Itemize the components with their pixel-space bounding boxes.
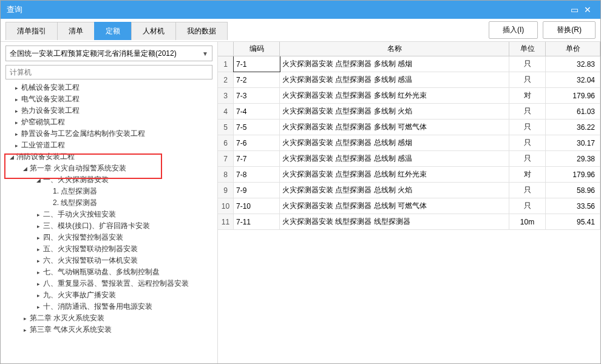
tree-item-line-detector[interactable]: 2. 线型探测器 bbox=[3, 197, 217, 209]
cell-code[interactable]: 7-10 bbox=[234, 198, 280, 214]
tree-item-section[interactable]: ▸三、模块(接口)、扩容回路卡安装 bbox=[3, 220, 217, 232]
table-row[interactable]: 17-1火灾探测器安装 点型探测器 多线制 感烟只32.83 bbox=[218, 56, 600, 72]
tree-item-section[interactable]: ▸二、手动火灾按钮安装 bbox=[3, 209, 217, 220]
tree-item[interactable]: ▸炉窑砌筑工程 bbox=[3, 116, 217, 128]
tree-item[interactable]: ▸电气设备安装工程 bbox=[3, 93, 217, 105]
header-rownum bbox=[218, 42, 234, 56]
cell-name[interactable]: 火灾探测器安装 点型探测器 多线制 感烟 bbox=[280, 56, 509, 72]
cell-code[interactable]: 7-7 bbox=[234, 151, 280, 166]
cell-unit[interactable]: 只 bbox=[509, 120, 546, 135]
cell-price[interactable]: 58.96 bbox=[546, 183, 600, 198]
cell-unit[interactable]: 10m bbox=[509, 214, 546, 229]
cell-name[interactable]: 火灾探测器安装 线型探测器 线型探测器 bbox=[280, 214, 509, 229]
replace-button[interactable]: 替换(R) bbox=[543, 21, 596, 39]
cell-name[interactable]: 火灾探测器安装 点型探测器 多线制 红外光束 bbox=[280, 88, 509, 103]
cell-unit[interactable]: 只 bbox=[509, 104, 546, 119]
table-row[interactable]: 97-9火灾探测器安装 点型探测器 总线制 火焰只58.96 bbox=[218, 183, 600, 198]
cell-price[interactable]: 30.17 bbox=[546, 135, 600, 150]
table-row[interactable]: 37-3火灾探测器安装 点型探测器 多线制 红外光束对179.96 bbox=[218, 88, 600, 104]
header-price[interactable]: 单价 bbox=[546, 42, 600, 56]
cell-code[interactable]: 7-5 bbox=[234, 120, 280, 135]
cell-name[interactable]: 火灾探测器安装 点型探测器 多线制 火焰 bbox=[280, 104, 509, 119]
header-name[interactable]: 名称 bbox=[280, 42, 509, 56]
table-row[interactable]: 27-2火灾探测器安装 点型探测器 多线制 感温只32.04 bbox=[218, 72, 600, 88]
caret-right-icon: ▸ bbox=[13, 120, 20, 126]
table-row[interactable]: 87-8火灾探测器安装 点型探测器 总线制 红外光束对179.96 bbox=[218, 167, 600, 183]
insert-button[interactable]: 插入(I) bbox=[489, 21, 538, 39]
cell-name[interactable]: 火灾探测器安装 点型探测器 总线制 感温 bbox=[280, 151, 509, 166]
cell-name[interactable]: 火灾探测器安装 点型探测器 总线制 感烟 bbox=[280, 135, 509, 150]
cell-code[interactable]: 7-3 bbox=[234, 88, 280, 103]
cell-code[interactable]: 7-1 bbox=[234, 56, 280, 72]
tree-item-chapter-1[interactable]: ◢ 第一章 火灾自动报警系统安装 bbox=[3, 163, 217, 174]
tree-item-section[interactable]: ▸十、消防通讯、报警备用电源安装 bbox=[3, 301, 217, 312]
tree-item-section[interactable]: ▸四、火灾报警控制器安装 bbox=[3, 232, 217, 243]
tab-materials[interactable]: 人材机 bbox=[131, 22, 176, 40]
cell-unit[interactable]: 对 bbox=[509, 88, 546, 103]
cell-code[interactable]: 7-2 bbox=[234, 72, 280, 87]
cell-code[interactable]: 7-6 bbox=[234, 135, 280, 150]
quota-source-dropdown[interactable]: 全国统一安装工程预算定额河北省消耗量定额(2012) ▼ bbox=[5, 46, 212, 61]
cell-unit[interactable]: 只 bbox=[509, 72, 546, 87]
cell-name[interactable]: 火灾探测器安装 点型探测器 总线制 火焰 bbox=[280, 183, 509, 198]
cell-price[interactable]: 61.03 bbox=[546, 104, 600, 119]
tree-item[interactable]: ▸机械设备安装工程 bbox=[3, 82, 217, 93]
tab-list[interactable]: 清单 bbox=[57, 22, 95, 40]
minimize-icon[interactable]: ▭ bbox=[568, 5, 581, 15]
cell-code[interactable]: 7-4 bbox=[234, 104, 280, 119]
tree-item-fire-root[interactable]: ◢ 消防设备安装工程 bbox=[3, 151, 217, 163]
cell-price[interactable]: 33.56 bbox=[546, 198, 600, 214]
cell-name[interactable]: 火灾探测器安装 点型探测器 多线制 感温 bbox=[280, 72, 509, 87]
table-row[interactable]: 47-4火灾探测器安装 点型探测器 多线制 火焰只61.03 bbox=[218, 104, 600, 120]
tab-list-guide[interactable]: 清单指引 bbox=[5, 22, 58, 40]
cell-unit[interactable]: 只 bbox=[509, 198, 546, 214]
cell-unit[interactable]: 对 bbox=[509, 167, 546, 182]
tree-item[interactable]: ▸热力设备安装工程 bbox=[3, 105, 217, 116]
caret-right-icon: ▸ bbox=[13, 143, 20, 149]
tree-item-chapter-2[interactable]: ▸ 第二章 水灭火系统安装 bbox=[3, 312, 217, 324]
header-code[interactable]: 编码 bbox=[234, 42, 280, 56]
cell-unit[interactable]: 只 bbox=[509, 183, 546, 198]
tab-my-data[interactable]: 我的数据 bbox=[175, 22, 228, 40]
cell-price[interactable]: 179.96 bbox=[546, 167, 600, 182]
tree-item[interactable]: ▸静置设备与工艺金属结构制作安装工程 bbox=[3, 128, 217, 140]
cell-code[interactable]: 7-9 bbox=[234, 183, 280, 198]
table-row[interactable]: 107-10火灾探测器安装 点型探测器 总线制 可燃气体只33.56 bbox=[218, 198, 600, 214]
cell-price[interactable]: 32.83 bbox=[546, 56, 600, 72]
cell-price[interactable]: 29.38 bbox=[546, 151, 600, 166]
caret-down-icon: ◢ bbox=[21, 166, 29, 172]
grid-body[interactable]: 17-1火灾探测器安装 点型探测器 多线制 感烟只32.8327-2火灾探测器安… bbox=[218, 56, 600, 363]
tree-item-section-1[interactable]: ◢ 一、火灾探测器安装 bbox=[3, 174, 217, 186]
tree-item-point-detector[interactable]: 1. 点型探测器 bbox=[3, 186, 217, 197]
cell-unit[interactable]: 只 bbox=[509, 56, 546, 72]
cell-price[interactable]: 36.22 bbox=[546, 120, 600, 135]
cell-code[interactable]: 7-11 bbox=[234, 214, 280, 229]
tree-item-chapter-3[interactable]: ▸ 第三章 气体灭火系统安装 bbox=[3, 324, 217, 335]
tree-item-section[interactable]: ▸五、火灾报警联动控制器安装 bbox=[3, 243, 217, 255]
tree-scroll[interactable]: ▸机械设备安装工程▸电气设备安装工程▸热力设备安装工程▸炉窑砌筑工程▸静置设备与… bbox=[1, 82, 217, 363]
table-row[interactable]: 67-6火灾探测器安装 点型探测器 总线制 感烟只30.17 bbox=[218, 135, 600, 151]
tree-item-section[interactable]: ▸九、火灾事故广播安装 bbox=[3, 289, 217, 301]
cell-name[interactable]: 火灾探测器安装 点型探测器 总线制 可燃气体 bbox=[280, 198, 509, 214]
tree-item[interactable]: ▸工业管道工程 bbox=[3, 140, 217, 151]
filter-input[interactable] bbox=[5, 65, 212, 79]
table-row[interactable]: 77-7火灾探测器安装 点型探测器 总线制 感温只29.38 bbox=[218, 151, 600, 167]
cell-price[interactable]: 95.41 bbox=[546, 214, 600, 229]
cell-price[interactable]: 32.04 bbox=[546, 72, 600, 87]
cell-unit[interactable]: 只 bbox=[509, 135, 546, 150]
cell-unit[interactable]: 只 bbox=[509, 151, 546, 166]
caret-right-icon: ▸ bbox=[21, 315, 29, 322]
tree-item-section[interactable]: ▸六、火灾报警联动一体机安装 bbox=[3, 255, 217, 266]
cell-code[interactable]: 7-8 bbox=[234, 167, 280, 182]
header-unit[interactable]: 单位 bbox=[509, 42, 546, 56]
cell-name[interactable]: 火灾探测器安装 点型探测器 总线制 红外光束 bbox=[280, 167, 509, 182]
tab-quota[interactable]: 定额 bbox=[94, 22, 132, 40]
tree-item-section[interactable]: ▸七、气动钢瓶驱动盘、多线制控制盘 bbox=[3, 266, 217, 278]
cell-price[interactable]: 179.96 bbox=[546, 88, 600, 103]
close-icon[interactable]: ✕ bbox=[581, 5, 594, 15]
tree-item-section[interactable]: ▸八、重复显示器、警报装置、远程控制器安装 bbox=[3, 278, 217, 289]
table-row[interactable]: 117-11火灾探测器安装 线型探测器 线型探测器10m95.41 bbox=[218, 214, 600, 230]
cell-name[interactable]: 火灾探测器安装 点型探测器 多线制 可燃气体 bbox=[280, 120, 509, 135]
table-row[interactable]: 57-5火灾探测器安装 点型探测器 多线制 可燃气体只36.22 bbox=[218, 120, 600, 135]
caret-right-icon: ▸ bbox=[35, 292, 42, 298]
